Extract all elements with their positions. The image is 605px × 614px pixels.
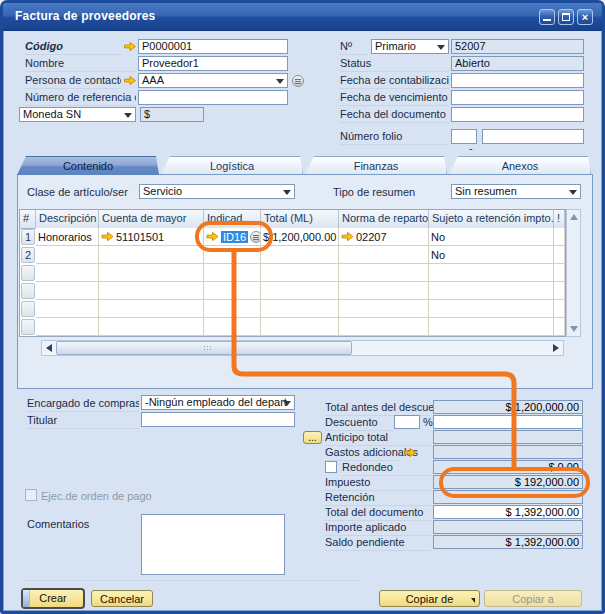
tab-finanzas[interactable]: Finanzas xyxy=(305,156,447,175)
cell-empty[interactable] xyxy=(204,282,261,300)
numero-tipo-combo[interactable]: Primario xyxy=(371,39,449,54)
cell-empty[interactable] xyxy=(204,318,261,336)
cell-empty[interactable] xyxy=(339,318,429,336)
cell-cuenta[interactable] xyxy=(99,246,204,264)
cell-total[interactable]: $ 1,200,000.00 xyxy=(261,228,339,246)
close-button[interactable]: × xyxy=(577,9,593,25)
cell-norma[interactable] xyxy=(339,246,429,264)
selection-list-icon[interactable] xyxy=(292,75,304,87)
cell-descripcion[interactable]: Honorarios xyxy=(36,228,99,246)
cell-empty[interactable] xyxy=(261,282,339,300)
crear-button[interactable]: Crear xyxy=(21,588,85,609)
cell-empty[interactable] xyxy=(429,318,554,336)
fecha-documento-field[interactable] xyxy=(451,107,584,122)
col-header-indicador[interactable]: Indicad... xyxy=(204,210,261,229)
cell-descripcion[interactable] xyxy=(36,246,99,264)
numero-label: Nº xyxy=(340,40,368,55)
col-header-norma[interactable]: Norma de reparto xyxy=(339,210,429,229)
total-documento-field[interactable]: $ 1,392,000.00 xyxy=(433,505,583,519)
tab-logistica[interactable]: Logística xyxy=(161,156,303,175)
resumen-combo[interactable]: Sin resumen xyxy=(451,184,581,199)
cell-sujeto[interactable]: No xyxy=(429,246,554,264)
link-arrow-icon[interactable] xyxy=(206,231,219,242)
cell-empty[interactable] xyxy=(99,318,204,336)
cell-empty[interactable] xyxy=(261,300,339,318)
cell-empty[interactable] xyxy=(261,264,339,282)
cell-empty[interactable] xyxy=(429,264,554,282)
maximize-button[interactable] xyxy=(558,9,574,25)
folio-number-field[interactable] xyxy=(482,129,584,144)
link-arrow-icon[interactable] xyxy=(403,447,417,458)
titular-field[interactable] xyxy=(141,412,295,427)
cell-indicador[interactable]: ID16 xyxy=(204,228,261,246)
encargado-combo[interactable]: -Ningún empleado del depart xyxy=(141,395,295,410)
row-number[interactable] xyxy=(21,319,35,335)
col-header-extra[interactable]: ! xyxy=(554,210,565,229)
link-arrow-icon[interactable] xyxy=(123,75,137,86)
cell-empty[interactable] xyxy=(429,282,554,300)
row-number[interactable] xyxy=(21,265,35,281)
cell-empty[interactable] xyxy=(429,300,554,318)
col-header-total[interactable]: Total (ML) xyxy=(261,210,339,229)
cell-empty[interactable] xyxy=(204,264,261,282)
cell-total[interactable] xyxy=(261,246,339,264)
folio-prefix-field[interactable] xyxy=(451,129,477,144)
cell-sujeto[interactable]: No xyxy=(429,228,554,246)
cell-empty[interactable] xyxy=(36,300,99,318)
cell-indicador[interactable] xyxy=(204,246,261,264)
col-header-num[interactable]: # xyxy=(20,210,36,229)
row-number[interactable]: 1 xyxy=(21,229,35,245)
descuento-field[interactable] xyxy=(433,415,583,429)
cell-empty[interactable] xyxy=(339,282,429,300)
scroll-down-icon[interactable] xyxy=(570,326,578,332)
scrollbar-thumb[interactable] xyxy=(56,341,352,355)
cell-empty[interactable] xyxy=(36,264,99,282)
persona-combo[interactable]: AAA xyxy=(138,73,288,88)
cell-empty[interactable] xyxy=(339,264,429,282)
cell-empty[interactable] xyxy=(99,264,204,282)
anticipo-browse-button[interactable]: ... xyxy=(303,431,322,444)
clase-combo[interactable]: Servicio xyxy=(139,184,295,199)
cell-empty[interactable] xyxy=(36,318,99,336)
row-number[interactable] xyxy=(21,283,35,299)
link-arrow-icon[interactable] xyxy=(101,231,114,242)
cell-empty[interactable] xyxy=(204,300,261,318)
selection-list-icon[interactable] xyxy=(250,231,261,243)
nombre-field[interactable]: Proveedor1 xyxy=(138,56,288,71)
copiar-de-button[interactable]: Copiar de xyxy=(379,590,480,607)
col-header-cuenta[interactable]: Cuenta de mayor xyxy=(99,210,204,229)
cell-empty[interactable] xyxy=(99,300,204,318)
cell-empty[interactable] xyxy=(99,282,204,300)
col-header-descripcion[interactable]: Descripción xyxy=(36,210,99,229)
fecha-vencimiento-field[interactable] xyxy=(451,90,584,105)
moneda-combo[interactable]: Moneda SN xyxy=(19,107,136,122)
scroll-left-icon[interactable] xyxy=(46,344,52,352)
comentarios-textarea[interactable] xyxy=(141,514,285,575)
horizontal-scrollbar[interactable] xyxy=(41,340,564,356)
scroll-up-icon[interactable] xyxy=(570,214,578,220)
row-number[interactable]: 2 xyxy=(21,247,35,263)
tab-contenido[interactable]: Contenido xyxy=(17,156,159,175)
descuento-pct-field[interactable] xyxy=(394,415,420,429)
cell-extra xyxy=(554,228,565,246)
vertical-scrollbar[interactable] xyxy=(566,209,581,337)
redondeo-checkbox[interactable] xyxy=(325,461,337,473)
link-arrow-icon[interactable] xyxy=(341,231,354,242)
row-number[interactable] xyxy=(21,301,35,317)
tab-anexos[interactable]: Anexos xyxy=(449,156,591,175)
cancelar-button[interactable]: Cancelar xyxy=(91,590,153,607)
retencion-label: Retención xyxy=(325,491,431,506)
cell-cuenta[interactable]: 51101501 xyxy=(99,228,204,246)
cell-norma[interactable]: 02207 xyxy=(339,228,429,246)
cell-empty[interactable] xyxy=(36,282,99,300)
fecha-contabilizacion-field[interactable] xyxy=(451,73,584,88)
link-arrow-icon[interactable] xyxy=(123,41,137,52)
cell-empty[interactable] xyxy=(261,318,339,336)
scroll-right-icon[interactable] xyxy=(553,344,559,352)
minimize-button[interactable] xyxy=(539,9,555,25)
referencia-field[interactable] xyxy=(138,90,288,105)
col-header-sujeto[interactable]: Sujeto a retención impto. xyxy=(429,210,554,229)
codigo-field[interactable]: P0000001 xyxy=(138,39,288,54)
redondeo-label: Redondeo xyxy=(342,461,431,476)
cell-empty[interactable] xyxy=(339,300,429,318)
